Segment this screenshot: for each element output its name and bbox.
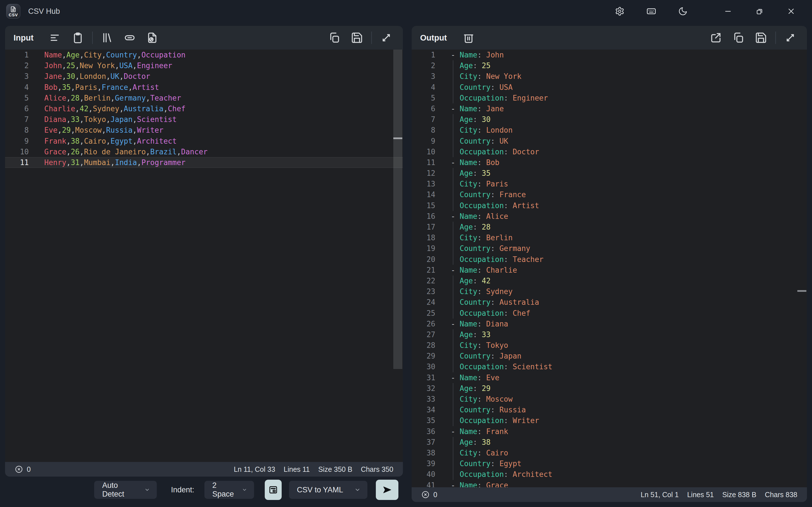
logo-text: CSV — [9, 13, 18, 17]
save-icon — [755, 32, 767, 44]
indent-select[interactable]: 2 Space — [204, 481, 254, 499]
settings-icon — [615, 6, 624, 16]
save-input-button[interactable] — [350, 31, 364, 45]
output-code-line: 31- Name: Eve — [412, 372, 807, 383]
format-select-value: Auto Detect — [102, 481, 138, 499]
output-code-line: 34 Country: Russia — [412, 404, 807, 415]
output-code-line: 10 Occupation: Doctor — [412, 147, 807, 157]
input-code-line: 8Eve,29,Moscow,Russia,Writer — [5, 125, 403, 135]
output-statusbar: 0 Ln 51, Col 1 Lines 51 Size 838 B Chars… — [412, 487, 807, 502]
output-code-line: 33 City: Moscow — [412, 394, 807, 404]
output-code-line: 40 Occupation: Architect — [412, 469, 807, 480]
input-panel-title: Input — [13, 33, 34, 43]
theme-toggle-button[interactable] — [674, 2, 692, 20]
moon-icon — [678, 6, 688, 16]
output-error-badge[interactable]: 0 — [421, 490, 437, 499]
restore-button[interactable] — [751, 2, 769, 20]
output-code-line: 8 City: London — [412, 125, 807, 135]
app-logo: CSV — [6, 4, 20, 18]
input-size: Size 350 B — [318, 465, 352, 473]
output-code-line: 3 City: New York — [412, 71, 807, 82]
output-code-line: 15 Occupation: Artist — [412, 200, 807, 211]
conversion-select[interactable]: CSV to YAML — [289, 481, 367, 499]
chevron-down-icon — [144, 487, 150, 493]
convert-button[interactable] — [376, 480, 398, 500]
output-code-line: 41- Name: Grace — [412, 480, 807, 488]
input-code-line: 6Charlie,42,Sydney,Australia,Chef — [5, 103, 403, 114]
input-error-badge[interactable]: 0 — [15, 465, 31, 473]
file-import-button[interactable] — [145, 31, 159, 45]
output-code-line: 7 Age: 30 — [412, 114, 807, 125]
output-code-line: 20 Occupation: Teacher — [412, 254, 807, 265]
output-code-line: 17 Age: 28 — [412, 222, 807, 232]
input-code-line: 10Grace,26,Rio de Janeiro,Brazil,Dancer — [5, 147, 403, 157]
input-code-line: 11Henry,31,Mumbai,India,Programmer — [5, 157, 403, 168]
output-code-line: 25 Occupation: Chef — [412, 308, 807, 319]
output-code-line: 35 Occupation: Writer — [412, 415, 807, 426]
settings-button[interactable] — [611, 2, 629, 20]
minimize-icon — [724, 7, 732, 15]
output-code-line: 16- Name: Alice — [412, 211, 807, 222]
toolbar-separator — [371, 32, 372, 44]
save-output-button[interactable] — [754, 31, 768, 45]
link-icon — [123, 32, 136, 44]
close-button[interactable] — [782, 2, 800, 20]
output-editor[interactable]: 1- Name: John2 Age: 253 City: New York4 … — [412, 50, 807, 487]
output-code-line: 13 City: Paris — [412, 179, 807, 189]
format-select[interactable]: Auto Detect — [94, 481, 157, 499]
close-icon — [786, 7, 796, 16]
output-panel: Output — [412, 26, 807, 502]
indent-select-value: 2 Space — [212, 481, 236, 499]
output-size: Size 838 B — [722, 491, 756, 499]
output-code-line: 14 Country: France — [412, 189, 807, 200]
table-view-icon — [268, 485, 278, 495]
clear-output-button[interactable] — [462, 31, 476, 45]
titlebar: CSV CSV Hub — [0, 0, 812, 22]
library-button[interactable] — [100, 31, 114, 45]
output-code-line: 19 Country: Germany — [412, 243, 807, 254]
expand-input-button[interactable] — [379, 31, 393, 45]
trash-icon — [462, 32, 475, 44]
output-code-line: 27 Age: 33 — [412, 329, 807, 340]
input-error-count: 0 — [27, 465, 31, 473]
copy-output-button[interactable] — [731, 31, 746, 45]
output-line-count: Lines 51 — [687, 491, 714, 499]
output-code-line: 24 Country: Australia — [412, 297, 807, 307]
input-editor[interactable]: 1Name,Age,City,Country,Occupation2John,2… — [5, 50, 403, 462]
output-code-line: 29 Country: Japan — [412, 351, 807, 361]
share-output-button[interactable] — [709, 31, 723, 45]
expand-output-button[interactable] — [783, 31, 797, 45]
send-arrow-icon — [382, 484, 393, 496]
file-import-icon — [146, 32, 158, 44]
output-code-line: 18 City: Berlin — [412, 232, 807, 243]
copy-input-button[interactable] — [327, 31, 342, 45]
library-icon — [101, 32, 113, 44]
input-char-count: Chars 350 — [361, 465, 393, 473]
input-code-line: 7Diana,33,Tokyo,Japan,Scientist — [5, 114, 403, 125]
table-view-button[interactable] — [265, 480, 282, 500]
output-code-line: 12 Age: 35 — [412, 168, 807, 179]
copy-icon — [328, 32, 341, 44]
sample-data-button[interactable] — [48, 31, 62, 45]
input-cursor-position: Ln 11, Col 33 — [234, 465, 275, 473]
output-code-line: 28 City: Tokyo — [412, 340, 807, 351]
output-code-line: 4 Country: USA — [412, 82, 807, 93]
input-statusbar: 0 Ln 11, Col 33 Lines 11 Size 350 B Char… — [5, 462, 403, 476]
output-code-line: 2 Age: 25 — [412, 60, 807, 71]
keyboard-icon — [646, 6, 656, 16]
paste-button[interactable] — [71, 31, 85, 45]
input-code-line: 1Name,Age,City,Country,Occupation — [5, 50, 403, 60]
output-code-line: 11- Name: Bob — [412, 157, 807, 168]
output-panel-header: Output — [412, 26, 807, 50]
output-code-line: 9 Country: UK — [412, 136, 807, 147]
input-line-count: Lines 11 — [284, 465, 310, 473]
input-code-line: 5Alice,28,Berlin,Germany,Teacher — [5, 93, 403, 103]
conversion-controls: Auto Detect Indent: 2 Space CSV to YAML — [5, 479, 403, 501]
save-icon — [351, 32, 363, 44]
shortcuts-button[interactable] — [642, 2, 660, 20]
restore-icon — [755, 7, 764, 15]
input-panel-header: Input — [5, 26, 403, 50]
minimize-button[interactable] — [719, 2, 737, 20]
link-button[interactable] — [123, 31, 137, 45]
input-panel: Input — [5, 26, 403, 476]
